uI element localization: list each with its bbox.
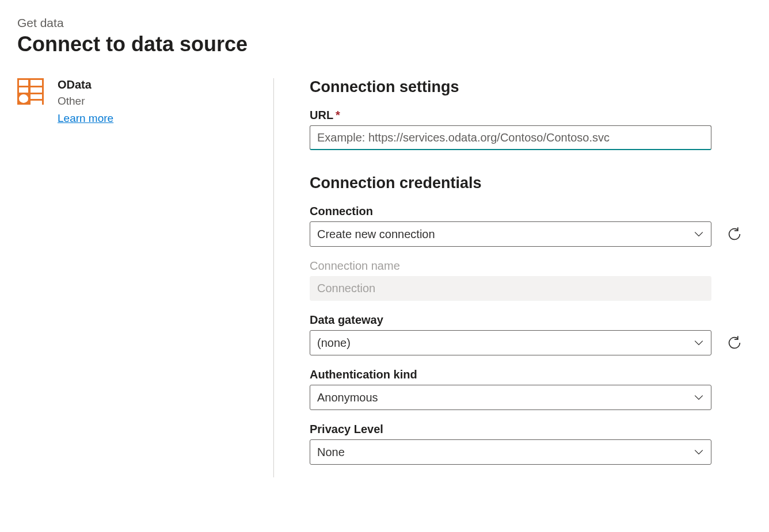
page-title: Connect to data source (17, 32, 752, 56)
chevron-down-icon (694, 338, 704, 348)
authentication-kind-label: Authentication kind (310, 368, 752, 381)
odata-connector-icon (17, 78, 44, 105)
authentication-kind-dropdown-value: Anonymous (317, 391, 378, 404)
refresh-icon (726, 226, 743, 242)
data-gateway-dropdown-value: (none) (317, 336, 351, 350)
connection-dropdown-value: Create new connection (317, 228, 435, 241)
breadcrumb: Get data (17, 16, 752, 30)
privacy-level-dropdown[interactable]: None (310, 439, 711, 465)
connection-settings-heading: Connection settings (310, 78, 752, 96)
connection-credentials-heading: Connection credentials (310, 174, 752, 192)
data-gateway-dropdown[interactable]: (none) (310, 330, 711, 355)
connection-name-input (310, 276, 711, 301)
refresh-connection-button[interactable] (725, 225, 744, 243)
learn-more-link[interactable]: Learn more (58, 112, 113, 125)
authentication-kind-dropdown[interactable]: Anonymous (310, 385, 711, 410)
refresh-icon (726, 335, 743, 351)
privacy-level-dropdown-value: None (317, 446, 345, 459)
connection-name-label: Connection name (310, 259, 752, 273)
connection-dropdown[interactable]: Create new connection (310, 221, 711, 247)
url-label: URL* (310, 109, 752, 122)
chevron-down-icon (694, 229, 704, 239)
connector-name: OData (58, 78, 113, 91)
chevron-down-icon (694, 447, 704, 457)
connector-category: Other (58, 95, 113, 108)
data-gateway-label: Data gateway (310, 313, 752, 327)
refresh-gateway-button[interactable] (725, 334, 744, 352)
connector-summary-pane: OData Other Learn more (17, 78, 273, 477)
privacy-level-label: Privacy Level (310, 423, 752, 436)
connection-label: Connection (310, 205, 752, 218)
url-input[interactable] (310, 125, 711, 150)
chevron-down-icon (694, 392, 704, 403)
